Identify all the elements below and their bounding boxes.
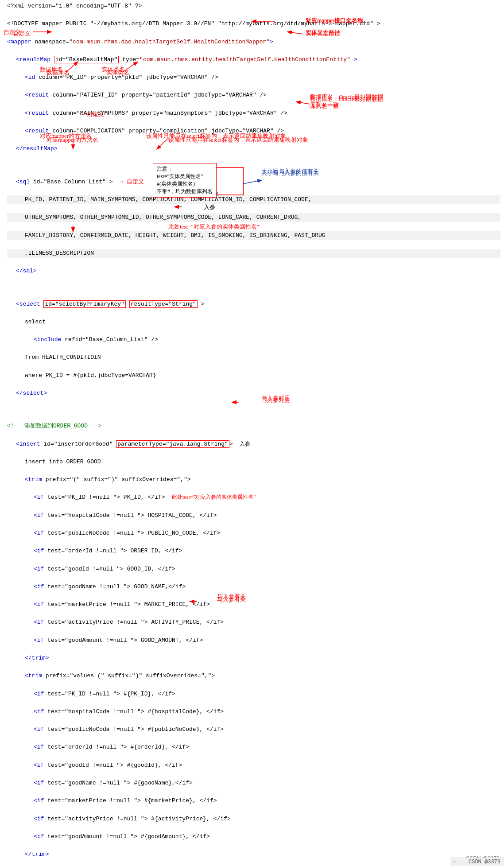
note-nohash: 不带#，均为数据库列名 <box>157 188 213 195</box>
code-line-11: PK_ID, PATIENT_ID, MAIN_SYMPTOMS, COMPLI… <box>7 195 500 204</box>
code-line-17: select <box>7 318 500 326</box>
code-line-44: <if test="goodAmount !=null "> #{goodAmo… <box>7 832 500 841</box>
code-line-39: <if test="orderId !=null "> #{orderId}, … <box>7 743 500 752</box>
code-line-31: <if test="marketPrice !=null "> MARKET_P… <box>7 600 500 609</box>
annotation-param-match: 与入参对应 <box>261 394 290 402</box>
code-pre: <?xml version="1.0" encoding="UTF-8" ?> … <box>7 2 500 866</box>
code-line-41: <if test="goodName !=null "> #{goodName}… <box>7 779 500 788</box>
annotation-mapper-method: 对应mapper的方法名 <box>40 132 92 140</box>
code-line-13: FAMILY_HISTORY, CONFIRMED_DATE, HEIGHT, … <box>7 231 500 240</box>
code-line-40: <if test="goodId !=null "> #{goodId}, </… <box>7 761 500 770</box>
annotation-mapper-namespace: 对应mapper接口全名称 <box>306 17 363 25</box>
code-sep-1 <box>7 163 500 169</box>
code-line-14: ,ILLNESS_DESCRIPTION <box>7 249 500 258</box>
page-container: 对应mapper接口全名称 自定义 实体类全路径 数据库名 实体类名 → 自定义… <box>0 0 504 866</box>
code-line-23: insert into ORDER_GOOD <box>7 458 500 466</box>
code-line-5: <id column="PK_ID" property="pkId" jdbcT… <box>7 73 500 82</box>
code-line-42: <if test="marketPrice !=null "> #{market… <box>7 796 500 805</box>
code-line-7: <result column="MAIN_SYMPTOMS" property=… <box>7 109 500 118</box>
code-line-38: <if test="publicNoCode !=null "> #{publi… <box>7 725 500 734</box>
code-line-45: </trim> <box>7 850 500 859</box>
code-line-29: <if test="goodId !=null "> GOOD_ID, </if… <box>7 565 500 574</box>
code-line-1: <?xml version="1.0" encoding="UTF-8" ?> <box>7 2 500 11</box>
annotation-entity-name: 实体类名 <box>102 66 125 74</box>
csdn-label: CSDN @3379 <box>469 859 500 865</box>
code-line-12: OTHER_SYMPTOMS, OTHER_SYMPTOMS_ID, OTHER… <box>7 213 500 222</box>
annotation-self-defined: 自定义 <box>4 28 21 36</box>
code-sep-2 <box>7 284 500 291</box>
code-line-16: <select id="selectByPrimaryKey" resultTy… <box>7 300 500 309</box>
annotation-entity-class: 实体类全路径 <box>306 28 340 36</box>
code-line-18: <include refid="Base_Column_List" /> <box>7 335 500 344</box>
code-line-36: <if test="PK_ID !=null "> #{PK_ID}, </if… <box>7 690 500 699</box>
code-line-32: <if test="activityPrice !=null "> ACTIVI… <box>7 618 500 627</box>
code-line-37: <if test="hospitalCode !=null "> #{hospi… <box>7 707 500 716</box>
code-sep-3 <box>7 407 500 413</box>
code-line-10: <sql id="Base_Column_List" > → 自定义 <box>7 178 500 186</box>
code-line-9: </resultMap> <box>7 144 500 153</box>
code-line-24: <trim prefix="(" suffix=")" suffixOverri… <box>7 475 500 484</box>
annotation-case: 大小写与入参的值有关 <box>261 167 319 175</box>
annotation-result-type: 该属性只能用在select标签内，表示返回结果集映射对象 <box>146 132 286 140</box>
note-test: test="实体类属性名" <box>157 173 213 180</box>
code-line-22: <insert id="insertOrderGood" parameterTy… <box>7 440 500 449</box>
code-comment-insert: <!-- 添加数据到ORDER_GOOD --> <box>7 422 500 431</box>
code-line-19: from HEALTH_CONDITIOIN <box>7 353 500 362</box>
code-line-30: <if test="goodName !=null "> GOOD_NAME,<… <box>7 583 500 591</box>
annotation-param-rel: 与入参有关 <box>217 593 246 601</box>
code-line-15: </sql> <box>7 267 500 276</box>
code-line-28: <if test="orderId !=null "> ORDER_ID, </… <box>7 547 500 555</box>
footer-text: ← <box>454 859 457 865</box>
code-line-2: <!DOCTYPE mapper PUBLIC "-//mybatis.org/… <box>7 19 500 28</box>
code-line-35: <trim prefix="values (" suffix=")" suffi… <box>7 672 500 680</box>
annotation-db-col: 数据库名 <box>40 66 63 74</box>
note-box: 注意： test="实体类属性名" #(实体类属性名) 不带#，均为数据库列名 <box>153 163 217 198</box>
annotation-oracle: 数据库名，Oracle最好跟数据库列名一致 <box>310 93 383 109</box>
note-entity: #(实体类属性名) <box>157 180 213 188</box>
code-line-6: <result column="PATIENT_ID" property="pa… <box>7 91 500 100</box>
code-line-33: <if test="goodAmount !=null "> GOOD_AMOU… <box>7 636 500 645</box>
main-content: 对应mapper接口全名称 自定义 实体类全路径 数据库名 实体类名 → 自定义… <box>0 0 504 866</box>
note-title: 注意： <box>157 165 213 173</box>
code-line-25: <if test="PK_ID !=null "> PK_ID, </if> 此… <box>7 493 500 502</box>
code-area: <?xml version="1.0" encoding="UTF-8" ?> … <box>0 0 504 866</box>
footer-bar: ← CSDN @3379 <box>450 858 504 866</box>
code-line-43: <if test="activityPrice !=null "> #{acti… <box>7 815 500 823</box>
code-line-4: <resultMap id="BaseResultMap" type="com.… <box>7 55 500 64</box>
code-line-34: </trim> <box>7 654 500 663</box>
code-line-27: <if test="publicNoCode !=null "> PUBLIC_… <box>7 529 500 538</box>
code-line-21: </select> <box>7 389 500 398</box>
code-line-3: <mapper namespace="com.msun.rhms.dao.hea… <box>7 38 500 47</box>
code-line-26: <if test="hospitalCode !=null "> HOSPITA… <box>7 511 500 520</box>
code-line-20: where PK_ID = #{pkId,jdbcType=VARCHAR} <box>7 371 500 380</box>
